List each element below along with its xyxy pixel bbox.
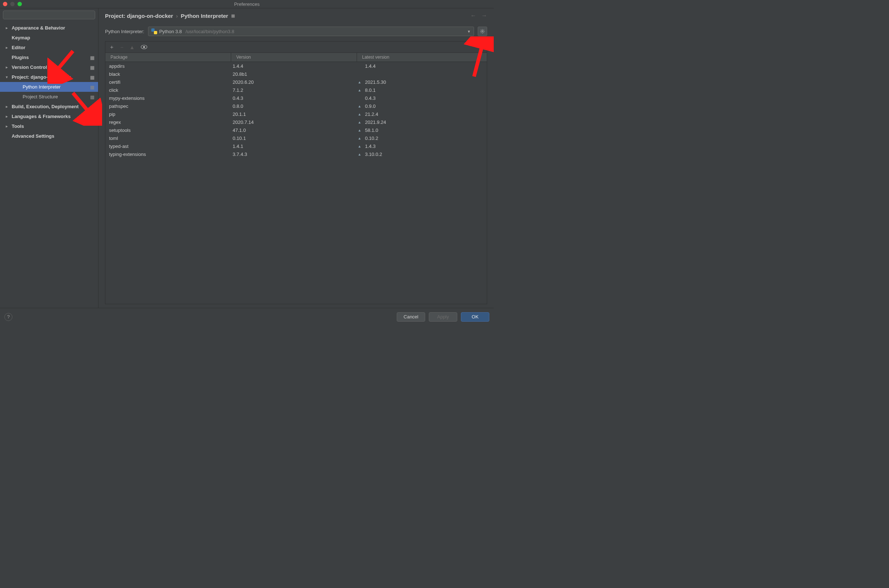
- chevron-down-icon: ▼: [467, 30, 471, 33]
- upgrade-available-icon: ▲: [357, 112, 362, 116]
- package-row[interactable]: click7.1.2▲8.0.1: [105, 86, 487, 94]
- package-latest-value: 8.0.1: [365, 87, 376, 93]
- package-latest: ▲0.4.3: [357, 96, 487, 101]
- sidebar-item-plugins[interactable]: ▸Plugins▦: [0, 52, 98, 62]
- sidebar-item-label: Languages & Frameworks: [12, 114, 71, 119]
- svg-line-8: [483, 32, 484, 33]
- sidebar-item-version-control[interactable]: ▸Version Control▦: [0, 62, 98, 72]
- upgrade-available-icon: ▲: [357, 136, 362, 140]
- show-early-releases-button[interactable]: [141, 44, 147, 50]
- ok-button[interactable]: OK: [461, 312, 489, 322]
- package-latest: ▲1.4.4: [357, 63, 487, 69]
- sidebar-item-project-django-on-docker[interactable]: ▾Project: django-on-docker▦: [0, 72, 98, 82]
- column-package[interactable]: Package: [105, 53, 231, 62]
- package-row[interactable]: regex2020.7.14▲2021.9.24: [105, 118, 487, 126]
- column-version[interactable]: Version: [231, 53, 357, 62]
- package-version: 47.1.0: [231, 128, 357, 133]
- package-latest-value: 1.4.3: [365, 144, 376, 149]
- sidebar-item-project-structure[interactable]: ▸Project Structure▦: [0, 92, 98, 102]
- close-window-button[interactable]: [3, 2, 7, 6]
- package-latest-value: 3.10.0.2: [365, 152, 382, 157]
- svg-point-2: [482, 31, 483, 32]
- nav-forward-button[interactable]: →: [481, 12, 487, 19]
- package-name: toml: [105, 135, 231, 141]
- package-row[interactable]: mypy-extensions0.4.3▲0.4.3: [105, 94, 487, 102]
- package-row[interactable]: toml0.10.1▲0.10.2: [105, 134, 487, 142]
- package-row[interactable]: appdirs1.4.4▲1.4.4: [105, 62, 487, 70]
- search-input[interactable]: [3, 10, 95, 19]
- upgrade-available-icon: ▲: [357, 120, 362, 124]
- svg-line-9: [481, 32, 482, 33]
- add-package-button[interactable]: ＋: [109, 44, 114, 51]
- package-name: click: [105, 87, 231, 93]
- package-name: certifi: [105, 80, 231, 85]
- package-latest-value: 21.2.4: [365, 111, 378, 117]
- package-latest-value: 58.1.0: [365, 128, 378, 133]
- interpreter-name: Python 3.8: [159, 29, 182, 34]
- column-latest[interactable]: Latest version: [357, 53, 487, 62]
- sidebar-item-tools[interactable]: ▸Tools: [0, 122, 98, 131]
- window-title: Preferences: [234, 2, 260, 7]
- package-latest: ▲58.1.0: [357, 128, 487, 133]
- package-name: black: [105, 71, 231, 77]
- apply-button[interactable]: Apply: [429, 312, 457, 322]
- minimize-window-button: [10, 2, 15, 6]
- package-name: appdirs: [105, 63, 231, 69]
- sidebar-item-label: Editor: [12, 45, 26, 50]
- package-latest-value: 0.10.2: [365, 135, 378, 141]
- sidebar-item-label: Keymap: [12, 35, 30, 40]
- package-version: 2020.6.20: [231, 80, 357, 85]
- sidebar-item-build-execution-deployment[interactable]: ▸Build, Execution, Deployment: [0, 102, 98, 111]
- breadcrumb-separator: ›: [176, 13, 178, 19]
- sidebar-item-label: Appearance & Behavior: [12, 25, 65, 31]
- package-row[interactable]: typing-extensions3.7.4.3▲3.10.0.2: [105, 150, 487, 158]
- package-table-body: appdirs1.4.4▲1.4.4black20.8b1▲certifi202…: [105, 62, 487, 304]
- sidebar-item-label: Project Structure: [23, 94, 58, 99]
- package-row[interactable]: pathspec0.8.0▲0.9.0: [105, 102, 487, 110]
- footer: ? Cancel Apply OK: [0, 308, 494, 326]
- gear-icon: [480, 29, 485, 34]
- sidebar-item-label: Project: django-on-docker: [12, 74, 71, 80]
- chevron-right-icon: ▸: [6, 105, 10, 109]
- sidebar: ▸Appearance & Behavior▸Keymap▸Editor▸Plu…: [0, 8, 98, 308]
- breadcrumb: Project: django-on-docker › Python Inter…: [105, 13, 235, 19]
- project-marker-icon: ▦: [90, 75, 95, 80]
- package-latest: ▲8.0.1: [357, 87, 487, 93]
- interpreter-dropdown[interactable]: Python 3.8 /usr/local/bin/python3.8 ▼: [148, 27, 474, 36]
- package-version: 2020.7.14: [231, 120, 357, 125]
- sidebar-item-editor[interactable]: ▸Editor: [0, 43, 98, 52]
- package-row[interactable]: typed-ast1.4.1▲1.4.3: [105, 142, 487, 150]
- sidebar-item-advanced-settings[interactable]: ▸Advanced Settings: [0, 131, 98, 141]
- sidebar-item-python-interpreter[interactable]: ▸Python Interpreter▦: [0, 82, 98, 92]
- package-row[interactable]: black20.8b1▲: [105, 70, 487, 78]
- package-version: 0.10.1: [231, 135, 357, 141]
- titlebar: Preferences: [0, 0, 494, 8]
- package-name: regex: [105, 120, 231, 125]
- package-latest-value: 2021.9.24: [365, 120, 386, 125]
- help-button[interactable]: ?: [5, 313, 12, 321]
- package-latest: ▲3.10.0.2: [357, 152, 487, 157]
- remove-package-button[interactable]: −: [120, 44, 123, 50]
- upgrade-package-button[interactable]: ▲: [129, 44, 135, 50]
- cancel-button[interactable]: Cancel: [397, 312, 425, 322]
- svg-point-12: [143, 46, 145, 48]
- sidebar-item-label: Build, Execution, Deployment: [12, 104, 78, 109]
- settings-tree: ▸Appearance & Behavior▸Keymap▸Editor▸Plu…: [0, 23, 98, 141]
- package-name: typing-extensions: [105, 152, 231, 157]
- sidebar-item-appearance-behavior[interactable]: ▸Appearance & Behavior: [0, 23, 98, 33]
- sidebar-item-label: Plugins: [12, 55, 29, 60]
- package-latest-value: 1.4.4: [365, 63, 376, 69]
- interpreter-settings-button[interactable]: [478, 27, 487, 36]
- sidebar-item-languages-frameworks[interactable]: ▸Languages & Frameworks: [0, 111, 98, 122]
- upgrade-available-icon: ▲: [357, 80, 362, 84]
- package-row[interactable]: setuptools47.1.0▲58.1.0: [105, 126, 487, 134]
- package-latest: ▲0.9.0: [357, 104, 487, 109]
- sidebar-item-keymap[interactable]: ▸Keymap: [0, 33, 98, 43]
- package-version: 0.4.3: [231, 96, 357, 101]
- package-row[interactable]: certifi2020.6.20▲2021.5.30: [105, 78, 487, 86]
- package-row[interactable]: pip20.1.1▲21.2.4: [105, 110, 487, 118]
- upgrade-available-icon: ▲: [357, 144, 362, 148]
- maximize-window-button[interactable]: [18, 2, 22, 6]
- sidebar-item-label: Advanced Settings: [12, 134, 54, 139]
- nav-back-button[interactable]: ←: [470, 12, 476, 19]
